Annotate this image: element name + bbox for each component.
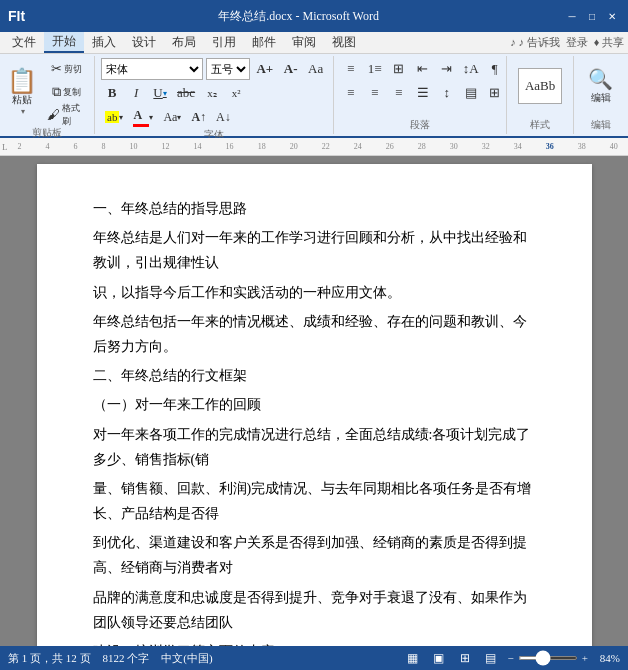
highlight-button[interactable]: ab ▾ [101, 106, 127, 128]
ruler-content: L 246810 1214161820 2224262830 323436 38… [2, 142, 626, 152]
para-2: 识，以指导今后工作和实践活动的一种应用文体。 [93, 280, 536, 305]
shading-button[interactable]: ▤ [460, 82, 482, 104]
bold-button[interactable]: B [101, 82, 123, 104]
read-view-button[interactable]: ▣ [430, 649, 448, 667]
word-count: 8122 个字 [103, 651, 150, 666]
paste-dropdown-icon[interactable]: ▾ [21, 107, 25, 116]
document-title: 年终总结.docx - Microsoft Word [33, 8, 564, 25]
copy-button[interactable]: ⧉ 复制 [43, 81, 90, 103]
menu-home[interactable]: 开始 [44, 32, 84, 53]
bullets-button[interactable]: ≡ [340, 58, 362, 80]
minimize-button[interactable]: ─ [564, 8, 580, 24]
increase-font-button[interactable]: A+ [253, 58, 277, 80]
para-6: 到优化、渠道建设和客户关系是否得到加强、经销商的素质是否得到提高、经销商与消费者… [93, 530, 536, 580]
share-link[interactable]: ♦ 共享 [594, 35, 624, 50]
window-controls: ─ □ ✕ [564, 8, 620, 24]
line-spacing-button[interactable]: ↕ [436, 82, 458, 104]
menu-bar: 文件 开始 插入 设计 布局 引用 邮件 审阅 视图 ♪ ♪ 告诉我 登录 ♦ … [0, 32, 628, 54]
title-bar: FIt 年终总结.docx - Microsoft Word ─ □ ✕ [0, 0, 628, 32]
paragraph-group-label: 段落 [340, 118, 501, 132]
align-right-button[interactable]: ≡ [388, 82, 410, 104]
editing-group-label: 编辑 [591, 118, 611, 132]
multi-level-list-button[interactable]: ⊞ [388, 58, 410, 80]
menu-design[interactable]: 设计 [124, 32, 164, 53]
font-color-alt-button[interactable]: Aa ▾ [159, 106, 185, 128]
status-bar-left: 第 1 页，共 12 页 8122 个字 中文(中国) [8, 651, 213, 666]
align-left-button[interactable]: ≡ [340, 82, 362, 104]
language: 中文(中国) [161, 651, 212, 666]
para-8: 建设、培训学习等方面的内容。 [93, 639, 536, 646]
numbering-button[interactable]: 1≡ [364, 58, 386, 80]
sort-button[interactable]: ↕A [460, 58, 482, 80]
status-bar: 第 1 页，共 12 页 8122 个字 中文(中国) ▦ ▣ ⊞ ▤ − + … [0, 646, 628, 670]
login-link[interactable]: 登录 [566, 35, 588, 50]
ruler: L 246810 1214161820 2224262830 323436 38… [0, 138, 628, 156]
page-info: 第 1 页，共 12 页 [8, 651, 91, 666]
clear-format-button[interactable]: Aa [305, 58, 327, 80]
justify-button[interactable]: ☰ [412, 82, 434, 104]
styles-group-label: 样式 [530, 118, 550, 132]
close-button[interactable]: ✕ [604, 8, 620, 24]
ribbon: 📋 粘贴 ▾ ✂ 剪切 ⧉ 复制 🖌 格式刷 [0, 54, 628, 138]
zoom-out-button[interactable]: − [508, 652, 514, 664]
status-bar-right: ▦ ▣ ⊞ ▤ − + 84% [404, 649, 620, 667]
menu-mail[interactable]: 邮件 [244, 32, 284, 53]
app-logo: FIt [8, 8, 25, 24]
maximize-button[interactable]: □ [584, 8, 600, 24]
heading-2: 二、年终总结的行文框架 [93, 363, 536, 388]
increase-indent-button[interactable]: ⇥ [436, 58, 458, 80]
web-view-button[interactable]: ⊞ [456, 649, 474, 667]
decrease-indent-button[interactable]: ⇤ [412, 58, 434, 80]
para-5: 量、销售额、回款、利润)完成情况、与去年同期相比各项任务是否有增长、产品结构是否… [93, 476, 536, 526]
menu-layout[interactable]: 布局 [164, 32, 204, 53]
zoom-slider[interactable] [518, 656, 578, 660]
para-7: 品牌的满意度和忠诚度是否得到提升、竞争对手衰退了没有、如果作为团队领导还要总结团… [93, 585, 536, 635]
menu-bar-right: ♪ ♪ 告诉我 登录 ♦ 共享 [510, 35, 624, 50]
outline-view-button[interactable]: ▤ [482, 649, 500, 667]
grow-font-button[interactable]: A↑ [187, 106, 210, 128]
print-view-button[interactable]: ▦ [404, 649, 422, 667]
document-page[interactable]: 一、年终总结的指导思路 年终总结是人们对一年来的工作学习进行回顾和分析，从中找出… [37, 164, 592, 646]
shrink-font-button[interactable]: A↓ [212, 106, 235, 128]
zoom-control: − + 84% [508, 652, 620, 664]
show-marks-button[interactable]: ¶ [484, 58, 506, 80]
menu-file[interactable]: 文件 [4, 32, 44, 53]
underline-button[interactable]: U ▾ [149, 82, 171, 104]
cut-button[interactable]: ✂ 剪切 [43, 58, 90, 80]
heading-1: 一、年终总结的指导思路 [93, 196, 536, 221]
para-3: 年终总结包括一年来的情况概述、成绩和经验、存在的问题和教训、今后努力方向。 [93, 309, 536, 359]
menu-insert[interactable]: 插入 [84, 32, 124, 53]
para-1: 年终总结是人们对一年来的工作学习进行回顾和分析，从中找出经验和教训，引出规律性认 [93, 225, 536, 275]
italic-button[interactable]: I [125, 82, 147, 104]
sub-heading-1: （一）对一年来工作的回顾 [93, 392, 536, 417]
subscript-button[interactable]: x₂ [201, 82, 223, 104]
font-color-button[interactable]: A ▾ [129, 106, 157, 128]
zoom-in-button[interactable]: + [582, 652, 588, 664]
format-painter-button[interactable]: 🖌 格式刷 [43, 104, 90, 126]
decrease-font-button[interactable]: A- [280, 58, 302, 80]
font-size-select[interactable]: 五号 [206, 58, 250, 80]
para-4: 对一年来各项工作的完成情况进行总结，全面总结成绩:各项计划完成了多少、销售指标(… [93, 422, 536, 472]
menu-references[interactable]: 引用 [204, 32, 244, 53]
tell-me[interactable]: ♪ ♪ 告诉我 [510, 35, 560, 50]
paste-button[interactable]: 📋 粘贴 ▾ [4, 64, 41, 120]
align-center-button[interactable]: ≡ [364, 82, 386, 104]
document-area[interactable]: 一、年终总结的指导思路 年终总结是人们对一年来的工作学习进行回顾和分析，从中找出… [0, 156, 628, 646]
zoom-level: 84% [592, 652, 620, 664]
menu-view[interactable]: 视图 [324, 32, 364, 53]
font-name-select[interactable]: 宋体 [101, 58, 203, 80]
menu-review[interactable]: 审阅 [284, 32, 324, 53]
borders-button[interactable]: ⊞ [484, 82, 506, 104]
superscript-button[interactable]: x² [225, 82, 247, 104]
editing-button[interactable]: 🔍 编辑 [579, 58, 623, 114]
styles-button[interactable]: AaBb [514, 58, 566, 114]
strikethrough-button[interactable]: abc [173, 82, 199, 104]
